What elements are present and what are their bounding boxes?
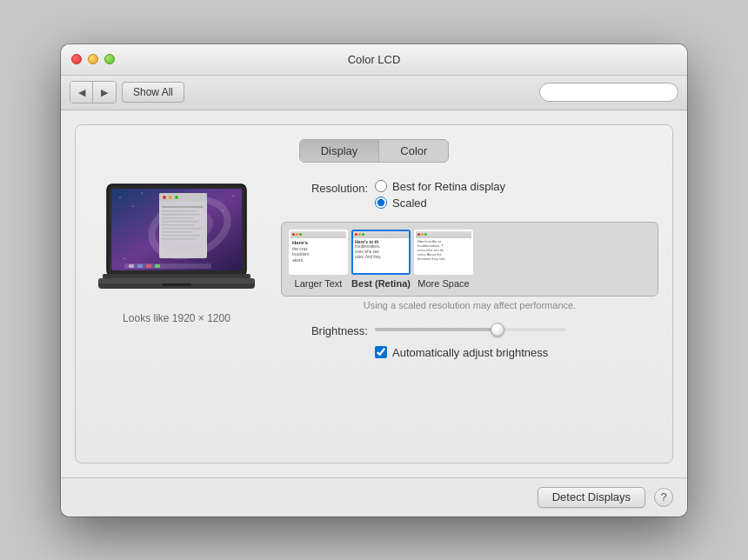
- scale-option-larger[interactable]: Here's the craz troublem akers. Larger T…: [289, 230, 348, 289]
- scale-thumb-best[interactable]: Here's to th troublemakers. ones who see…: [351, 230, 411, 275]
- svg-point-8: [233, 195, 234, 196]
- minimize-button[interactable]: [88, 54, 98, 64]
- radio-scaled-label: Scaled: [392, 197, 427, 210]
- scale-label-more: More Space: [417, 278, 469, 289]
- svg-rect-15: [155, 264, 160, 268]
- svg-rect-33: [98, 278, 255, 283]
- search-input[interactable]: [539, 83, 678, 102]
- svg-rect-13: [137, 264, 143, 268]
- svg-rect-28: [162, 231, 191, 233]
- scale-thumb-larger[interactable]: Here's the craz troublem akers.: [289, 230, 348, 275]
- auto-brightness-checkbox[interactable]: [375, 346, 387, 358]
- preview-label: Looks like 1920 × 1200: [90, 312, 264, 324]
- traffic-lights: [71, 54, 115, 64]
- maximize-button[interactable]: [104, 54, 115, 64]
- titlebar: Color LCD: [61, 44, 687, 76]
- tab-color[interactable]: Color: [379, 140, 448, 162]
- svg-point-19: [169, 196, 172, 199]
- svg-rect-24: [162, 217, 193, 219]
- nav-button-group: ◀ ▶: [70, 81, 117, 103]
- settings-area: Resolution: Best for Retina display Scal…: [281, 180, 658, 359]
- search-wrapper: 🔍: [539, 83, 678, 102]
- svg-rect-21: [162, 206, 204, 208]
- performance-note: Using a scaled resolution may affect per…: [281, 300, 658, 310]
- radio-best-label: Best for Retina display: [392, 180, 505, 193]
- detect-displays-button[interactable]: Detect Displays: [538, 487, 645, 508]
- radio-best-input[interactable]: [375, 180, 387, 192]
- scale-thumb-more[interactable]: Here's to the cr troublemakers. T ones w…: [414, 230, 473, 275]
- show-all-button[interactable]: Show All: [122, 82, 184, 103]
- resolution-row: Resolution: Best for Retina display Scal…: [281, 180, 658, 210]
- svg-point-6: [142, 192, 143, 193]
- forward-button[interactable]: ▶: [93, 82, 116, 103]
- svg-rect-29: [162, 235, 200, 237]
- resolution-label: Resolution:: [281, 180, 368, 195]
- brightness-row: Brightness:: [281, 323, 658, 337]
- radio-scaled-input[interactable]: [375, 197, 387, 209]
- main-content: Looks like 1920 × 1200 Resolution: Best …: [90, 180, 658, 359]
- svg-rect-23: [162, 214, 200, 216]
- svg-point-18: [163, 196, 166, 199]
- svg-point-7: [133, 205, 134, 206]
- settings-panel: Display Color: [75, 124, 673, 463]
- bottom-bar: Detect Displays ?: [61, 477, 687, 517]
- laptop-svg: [94, 180, 259, 302]
- tab-display[interactable]: Display: [300, 140, 380, 162]
- svg-rect-12: [129, 264, 134, 268]
- auto-brightness-row: Automatically adjust brightness: [375, 346, 658, 359]
- scale-label-larger: Larger Text: [295, 278, 343, 289]
- svg-rect-14: [146, 264, 151, 268]
- radio-best-option[interactable]: Best for Retina display: [375, 180, 505, 193]
- brightness-slider[interactable]: [375, 328, 566, 331]
- svg-point-20: [175, 196, 178, 199]
- svg-rect-27: [162, 228, 202, 230]
- svg-rect-25: [162, 221, 198, 223]
- svg-point-5: [120, 197, 121, 197]
- svg-rect-30: [162, 238, 197, 240]
- tabs: Display Color: [299, 139, 450, 163]
- tabs-container: Display Color: [90, 139, 658, 163]
- laptop-preview: Looks like 1920 × 1200: [90, 180, 264, 324]
- svg-rect-17: [159, 193, 207, 202]
- resolution-options: Best for Retina display Scaled: [375, 180, 505, 210]
- content-area: Display Color: [61, 110, 687, 477]
- main-window: Color LCD ◀ ▶ Show All 🔍 Display Color: [61, 44, 687, 517]
- scaled-options: Here's the craz troublem akers. Larger T…: [281, 222, 658, 297]
- svg-rect-22: [162, 210, 197, 212]
- svg-point-9: [223, 210, 224, 210]
- window-title: Color LCD: [348, 53, 401, 66]
- scale-label-best: Best (Retina): [351, 278, 411, 289]
- back-button[interactable]: ◀: [70, 82, 93, 103]
- brightness-label: Brightness:: [281, 323, 368, 337]
- scale-option-best[interactable]: Here's to th troublemakers. ones who see…: [351, 230, 411, 289]
- toolbar: ◀ ▶ Show All 🔍: [61, 76, 687, 110]
- svg-rect-26: [162, 224, 195, 226]
- auto-brightness-label: Automatically adjust brightness: [392, 346, 548, 359]
- svg-point-10: [124, 257, 125, 258]
- close-button[interactable]: [71, 54, 82, 64]
- help-button[interactable]: ?: [654, 488, 673, 507]
- svg-rect-34: [162, 283, 191, 286]
- scale-option-more[interactable]: Here's to the cr troublemakers. T ones w…: [414, 230, 473, 289]
- radio-scaled-option[interactable]: Scaled: [375, 197, 505, 210]
